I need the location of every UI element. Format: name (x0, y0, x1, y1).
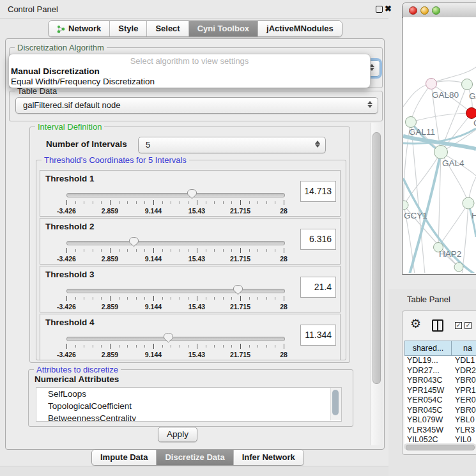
network-edge[interactable] (462, 203, 468, 273)
network-node-pink[interactable] (426, 79, 437, 89)
slider-axis-label: 28 (280, 207, 288, 215)
tab-jactivemnodules[interactable]: jActiveMNodules (258, 21, 342, 36)
threshold-value-field[interactable]: 11.344 (300, 325, 336, 346)
table-row[interactable]: YIL052CYIL0 (404, 435, 476, 444)
column-header-shared-name[interactable]: shared... (404, 341, 452, 356)
threshold-value-field[interactable]: 14.713 (300, 181, 336, 202)
threshold-label: Threshold 3 (45, 270, 95, 279)
slider-tick (127, 297, 128, 300)
network-node-green[interactable] (403, 201, 408, 210)
threshold-slider[interactable]: -3.4262.8599.14415.4321.71528 (66, 334, 284, 359)
threshold-value-field[interactable]: 6.316 (300, 229, 336, 250)
network-edge[interactable] (438, 203, 468, 247)
attribute-list-item[interactable]: TopologicalCoefficient (36, 400, 341, 412)
tab-discretize-data[interactable]: Discretize Data (157, 450, 233, 465)
slider-tick (119, 201, 119, 204)
slider-tick (84, 201, 84, 204)
slider-tick (153, 344, 154, 349)
threshold-value-field[interactable]: 21.4 (300, 277, 336, 298)
network-edge[interactable] (411, 113, 472, 122)
table-row[interactable]: YBR045CYBR0 (404, 406, 476, 416)
numerical-attributes-list[interactable]: SelfLoopsTopologicalCoefficientBetweenne… (36, 387, 342, 422)
slider-axis-label: 15.43 (188, 255, 205, 263)
cell-shared-name: YER054C (404, 395, 454, 406)
table-data-combobox[interactable]: galFiltered.sif default node (15, 97, 378, 114)
tab-infer-network[interactable]: Infer Network (234, 450, 303, 465)
cell-name: YBL0 (454, 415, 475, 426)
column-header-name[interactable]: na (452, 341, 476, 356)
slider-axis-label: 28 (280, 303, 288, 311)
slider-tick (66, 296, 67, 301)
threshold-slider[interactable]: -3.4262.8599.14415.4321.71528 (66, 238, 284, 263)
network-node-green[interactable] (406, 117, 417, 128)
slider-track[interactable] (66, 337, 285, 341)
network-window-titlebar[interactable] (403, 3, 476, 18)
tab-label: Network (68, 23, 101, 35)
slider-tick (284, 200, 284, 205)
slider-tick (275, 345, 275, 348)
table-row[interactable]: YBR043CYBR0 (404, 376, 476, 386)
threshold-label: Threshold 4 (45, 318, 95, 327)
tab-style[interactable]: Style (110, 21, 147, 36)
network-node-green[interactable] (454, 263, 463, 272)
table-row[interactable]: YER054CYER0 (404, 395, 476, 406)
slider-tick (249, 345, 250, 348)
tab-select[interactable]: Select (147, 21, 188, 36)
network-edge[interactable] (411, 84, 431, 122)
panel-scrollbar-thumb[interactable] (372, 132, 381, 384)
slider-track[interactable] (66, 289, 285, 293)
slider-thumb[interactable] (163, 332, 174, 343)
zoom-traffic-light[interactable] (432, 6, 440, 15)
cell-shared-name: YDR27... (404, 366, 454, 376)
attributes-scrollbar-thumb[interactable] (332, 390, 339, 415)
network-node-green[interactable] (434, 146, 448, 159)
tab-network[interactable]: Network (49, 21, 110, 36)
gear-icon[interactable]: ⚙ (410, 316, 421, 331)
float-window-icon[interactable] (376, 6, 383, 13)
tab-cyni-toolbox[interactable]: Cyni Toolbox (189, 21, 258, 36)
slider-tick (240, 200, 241, 205)
slider-track[interactable] (66, 193, 285, 197)
table-row[interactable]: YPR145WYPR1 (404, 386, 476, 396)
network-view-window: GAL80GAGAL11CGAL4GCY1HHAP2 (402, 3, 476, 275)
attribute-list-item[interactable]: BetweennessCentrality (36, 412, 341, 422)
checkbox-icon[interactable]: ✓ (455, 322, 462, 329)
group-title: Threshold's Coordinates for 5 Intervals (42, 155, 189, 165)
threshold-slider[interactable]: -3.4262.8599.14415.4321.71528 (66, 190, 284, 215)
tab-impute-data[interactable]: Impute Data (92, 450, 157, 465)
popup-option-equal-width-frequency[interactable]: Equal Width/Frequency Discretization (11, 77, 155, 86)
slider-axis-label: 28 (280, 351, 288, 358)
slider-tick (101, 345, 102, 348)
slider-tick (197, 200, 197, 205)
slider-thumb[interactable] (128, 236, 139, 247)
slider-axis-label: 21.715 (230, 351, 250, 358)
threshold-slider[interactable]: -3.4262.8599.14415.4321.71528 (66, 286, 284, 311)
network-node-green[interactable] (462, 79, 473, 90)
numerical-attributes-heading: Numerical Attributes (35, 374, 119, 384)
slider-tick (188, 249, 188, 252)
table-row[interactable]: YDL19...YDL1 (404, 356, 476, 366)
threshold-row-1: Threshold 1 -3.4262.8599.14415.4321.7152… (40, 170, 341, 217)
close-traffic-light[interactable] (409, 6, 417, 15)
table-hscrollbar-thumb[interactable] (406, 445, 475, 450)
table-row[interactable]: YDR27...YDR2 (404, 366, 476, 376)
network-canvas[interactable]: GAL80GAGAL11CGAL4GCY1HHAP2 (403, 17, 476, 273)
minimize-traffic-light[interactable] (420, 6, 429, 15)
slider-track[interactable] (66, 241, 285, 245)
columns-icon[interactable] (432, 319, 443, 332)
slider-tick (75, 201, 76, 204)
slider-axis-label: 2.859 (102, 303, 118, 311)
slider-thumb[interactable] (233, 284, 243, 295)
network-node-green[interactable] (463, 197, 474, 209)
number-of-intervals-combobox[interactable]: 5 (138, 137, 326, 153)
table-rows[interactable]: YDL19...YDL1YDR27...YDR2YBR043CYBR0YPR14… (404, 356, 476, 444)
network-node-red[interactable] (466, 108, 476, 119)
table-row[interactable]: YLR345WYLR3 (404, 426, 476, 436)
apply-button[interactable]: Apply (158, 427, 197, 442)
attribute-list-item[interactable]: SelfLoops (36, 388, 341, 400)
table-row[interactable]: YBL079WYBL0 (404, 415, 476, 426)
slider-tick (266, 345, 267, 348)
popup-option-manual-discretization[interactable]: Manual Discretization (11, 66, 100, 76)
slider-thumb[interactable] (187, 188, 197, 199)
checkbox-icon[interactable]: ✓ (464, 322, 472, 329)
